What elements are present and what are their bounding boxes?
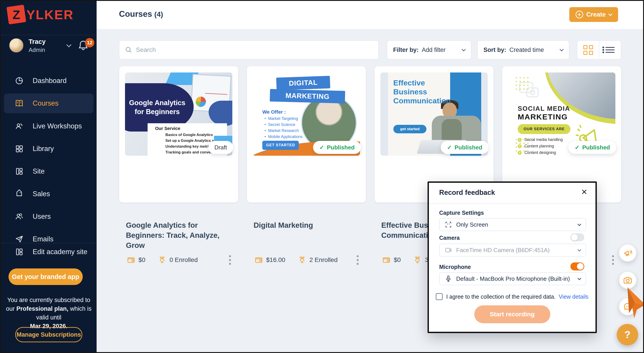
sidebar-item-dashboard[interactable]: Dashboard [1,73,96,89]
sidebar-item-users[interactable]: Users [1,208,96,225]
thumb-cta: get started [393,125,427,133]
chevron-down-icon [578,248,582,251]
course-title: Google Analytics for Beginners: Track, A… [126,220,232,250]
help-button[interactable]: ? [617,324,638,345]
create-button[interactable]: + Create [569,7,618,22]
card-menu-button[interactable] [228,254,232,266]
consent-row: I agree to the collection of the require… [429,293,596,300]
subscription-info: You are currently subscribed to our Prof… [1,296,96,331]
thumb-list-item: Social media handling [518,136,562,143]
agree-checkbox[interactable] [436,293,442,300]
microphone-dropdown[interactable]: Default - MacBook Pro Microphone (Built-… [439,272,586,285]
pie-chart-icon [14,76,24,86]
card-menu-button[interactable] [611,254,616,266]
announcements-button[interactable] [619,244,636,261]
filter-value: Add filter [422,47,446,54]
check-icon: ✓ [319,144,324,151]
camera-toggle[interactable] [570,233,584,241]
status-badge: ✓ Published [313,141,361,154]
sidebar-item-label: Users [33,212,51,221]
sort-dropdown[interactable]: Sort by: Created time [477,40,569,60]
wallet-icon [127,256,135,264]
card-menu-button[interactable] [355,254,360,266]
notifications-button[interactable]: 12 [78,40,94,54]
plus-icon: + [576,11,583,18]
avatar[interactable] [9,38,24,53]
price-value: $0 [138,256,145,263]
sidebar-item-site[interactable]: Site [1,163,96,179]
course-card[interactable]: Google Analytics for Beginners Our Servi… [119,66,238,202]
sidebar-item-label: Courses [33,99,58,107]
grid-icon [14,144,24,154]
camera-icon [623,275,632,285]
megaphone-icon [623,248,632,258]
thumb-heading: Effective Business Communication [393,78,451,105]
status-text: Draft [214,144,227,151]
decor-person [442,119,462,141]
sidebar-item-sales[interactable]: Sales [1,186,96,202]
filter-dropdown[interactable]: Filter by: Add filter [387,40,471,60]
sidebar-item-edit-academy-site[interactable]: Edit academy site [1,244,96,260]
chevron-down-icon [608,12,612,16]
course-meta: $16.00 2 Enrolled [254,253,360,267]
check-icon: ✓ [447,144,452,151]
status-text: Published [454,144,482,151]
sidebar-item-courses[interactable]: Courses [4,94,94,113]
logo-text: YLKER [26,7,74,22]
wallet-icon [382,256,391,264]
thumb-services-heading: OUR SERVICES ARE [518,124,570,134]
chevron-down-icon[interactable] [66,42,72,48]
capture-settings-dropdown[interactable]: Only Screen [439,218,586,231]
enrolled: 2 Enrolled [298,256,338,264]
thumb-heading: Google Analytics for Beginners [128,98,186,116]
thumb-banner: MARKETING [270,89,345,104]
get-branded-app-button[interactable]: Get your branded app [8,268,83,285]
microphone-toggle[interactable] [570,262,584,270]
view-toggle [577,40,621,60]
modal-title: Record feedback [439,189,495,197]
enrolled-value: 2 Enrolled [310,256,338,263]
camera-value: FaceTime HD Camera (B6DF:451A) [456,247,550,254]
sidebar-item-library[interactable]: Library [1,141,96,157]
capture-settings-label: Capture Settings [439,210,484,216]
close-icon[interactable]: ✕ [581,188,588,196]
grid-view-icon [584,45,593,55]
paper-plane-icon [14,234,24,244]
decor-shape [209,101,232,126]
filter-label: Filter by: [393,47,418,54]
thumb-heading: MARKETING [518,113,568,121]
user-menu[interactable]: Tracy Admin 12 [1,37,96,57]
chevron-down-icon [578,222,582,226]
thumb-list: Social media handling Content planning C… [518,136,562,156]
course-title: Digital Marketing [254,220,359,230]
list-view-button[interactable] [599,41,621,59]
grid-view-button[interactable] [577,41,599,59]
subscription-plan: Professional plan, [16,305,68,312]
tag-icon [14,189,24,199]
thumb-list-item: Market Research [264,128,302,134]
notification-badge: 12 [85,38,94,48]
view-details-link[interactable]: View details [559,293,588,300]
search-box[interactable] [119,40,379,60]
camera-dropdown[interactable]: FaceTime HD Camera (B6DF:451A) [439,244,586,257]
manage-subscriptions-button[interactable]: Manage Subscriptions [15,327,82,342]
help-label: ? [624,329,630,340]
thumb-offer-heading: We Offer : [262,109,286,115]
agree-text: I agree to the collection of the require… [446,293,556,300]
create-button-label: Create [586,11,606,18]
microphone-label: Microphone [439,264,471,270]
thumb-list-item: Market Targeting [264,116,302,122]
search-input[interactable] [136,46,373,54]
sidebar-item-label: Live Workshops [33,122,82,130]
sidebar-item-label: Emails [33,235,54,243]
sidebar-item-live-workshops[interactable]: Live Workshops [1,118,96,134]
microphone-icon [444,275,452,282]
start-recording-button[interactable]: Start recording [474,305,550,323]
page-title: Courses(4) [119,10,163,19]
chevron-down-icon [578,276,582,280]
book-icon [14,98,24,108]
course-card[interactable]: DIGITAL MARKETING We Offer : Market Targ… [247,66,366,202]
user-role: Admin [28,47,45,54]
sort-value: Created time [510,47,544,54]
zylker-logo: Z YLKER [8,6,74,23]
